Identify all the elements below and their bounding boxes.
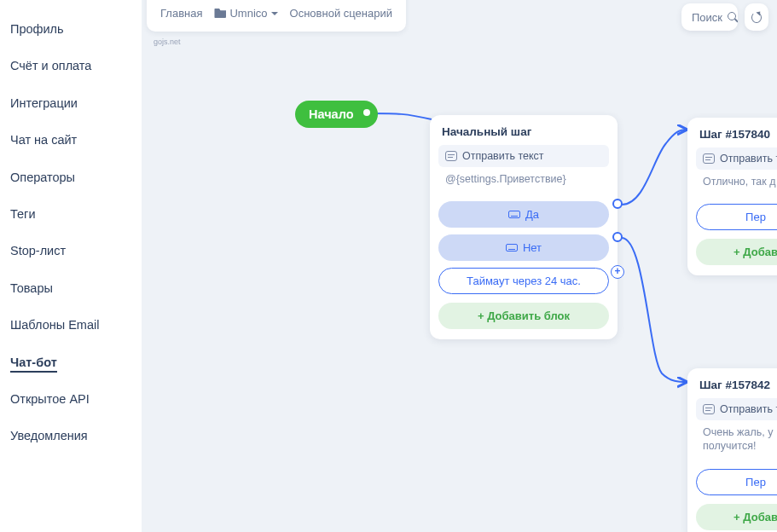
action-content: Отлично, так д: [696, 171, 777, 197]
action-send-text[interactable]: Отправить те: [696, 398, 777, 420]
no-output-port[interactable]: [612, 232, 623, 242]
sidebar-item-profile[interactable]: Профиль: [0, 14, 142, 45]
action-content: @{settings.Приветствие}: [438, 169, 609, 194]
node-title: Начальный шаг: [438, 124, 609, 145]
refresh-button[interactable]: [745, 3, 768, 31]
node-title: Шаг #157842: [696, 377, 777, 398]
chevron-down-icon: [271, 12, 278, 15]
sidebar-item-chatbot[interactable]: Чат-бот: [0, 347, 142, 379]
breadcrumb-card: Главная Umnico Основной сценарий: [147, 0, 406, 32]
breadcrumb-folder[interactable]: Umnico: [214, 7, 277, 20]
answer-no-button[interactable]: Нет: [438, 234, 609, 261]
answer-yes-button[interactable]: Да: [438, 201, 609, 228]
action-send-text[interactable]: Отправить те: [696, 147, 777, 170]
start-output-port[interactable]: [362, 107, 372, 118]
keyboard-icon: [508, 211, 520, 218]
add-block-button[interactable]: + Добавить блок: [438, 303, 609, 329]
node-title: Шаг #157840: [696, 126, 777, 147]
sidebar-item-tags[interactable]: Теги: [0, 199, 142, 230]
add-block-button[interactable]: + Добав: [696, 239, 777, 265]
action-label: Отправить те: [720, 403, 777, 415]
node-step-157842[interactable]: Шаг #157842 Отправить те Очень жаль, у п…: [687, 368, 777, 532]
sidebar-item-stoplist[interactable]: Stop-лист: [0, 235, 142, 267]
search-button[interactable]: Поиск: [681, 3, 738, 31]
node-step-157840[interactable]: Шаг #157840 Отправить те Отлично, так д …: [687, 118, 777, 275]
start-label: Начало: [309, 107, 354, 121]
folder-icon: [214, 7, 229, 20]
yes-output-port[interactable]: [612, 199, 623, 209]
sidebar-item-site-chat[interactable]: Чат на сайт: [0, 124, 142, 156]
message-icon: [703, 153, 715, 164]
search-label: Поиск: [692, 11, 722, 24]
transition-button[interactable]: Пер: [696, 204, 777, 230]
message-icon: [703, 404, 715, 414]
node-initial-step[interactable]: Начальный шаг Отправить текст @{settings…: [430, 115, 618, 339]
settings-sidebar: Профиль Счёт и оплата Интеграции Чат на …: [0, 0, 142, 532]
sidebar-item-operators[interactable]: Операторы: [0, 162, 142, 194]
sidebar-item-notifications[interactable]: Уведомления: [0, 420, 142, 452]
action-send-text[interactable]: Отправить текст: [438, 145, 609, 167]
timeout-button[interactable]: Таймаут через 24 час.: [438, 268, 609, 294]
transition-button[interactable]: Пер: [696, 469, 777, 495]
breadcrumb-scenario[interactable]: Основной сценарий: [290, 7, 392, 20]
action-label: Отправить те: [720, 153, 777, 165]
message-icon: [445, 151, 457, 161]
sidebar-item-billing[interactable]: Счёт и оплата: [0, 50, 142, 82]
action-label: Отправить текст: [462, 150, 544, 162]
breadcrumb-home[interactable]: Главная: [160, 7, 202, 20]
gojs-watermark: gojs.net: [154, 38, 181, 46]
sidebar-item-open-api[interactable]: Открытое API: [0, 384, 142, 415]
timeout-output-port[interactable]: +: [611, 265, 624, 279]
breadcrumb-bar: Главная Umnico Основной сценарий: [147, 0, 406, 32]
flow-canvas[interactable]: Главная Umnico Основной сценарий Поиск g…: [142, 0, 777, 532]
refresh-icon: [751, 12, 762, 23]
sidebar-item-products[interactable]: Товары: [0, 273, 142, 304]
toolbar-right: Поиск: [681, 3, 768, 31]
keyboard-icon: [506, 244, 518, 252]
sidebar-item-email-templates[interactable]: Шаблоны Email: [0, 309, 142, 341]
add-block-button[interactable]: + Добав: [696, 504, 777, 530]
action-content: Очень жаль, у получится!: [696, 422, 777, 462]
sidebar-item-integrations[interactable]: Интеграции: [0, 88, 142, 119]
